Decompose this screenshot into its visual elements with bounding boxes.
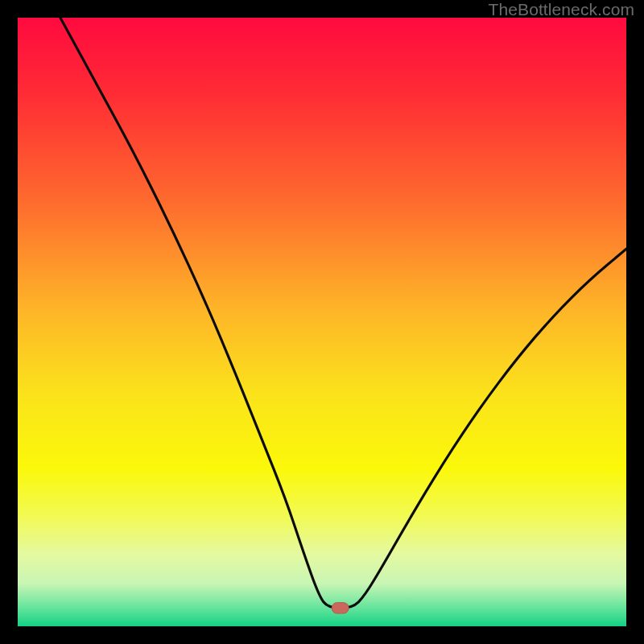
- plot-area: [18, 18, 626, 626]
- optimal-point-marker: [332, 603, 349, 614]
- chart-frame: TheBottleneck.com: [0, 0, 644, 644]
- watermark-text: TheBottleneck.com: [489, 0, 634, 19]
- chart-svg: [18, 18, 626, 626]
